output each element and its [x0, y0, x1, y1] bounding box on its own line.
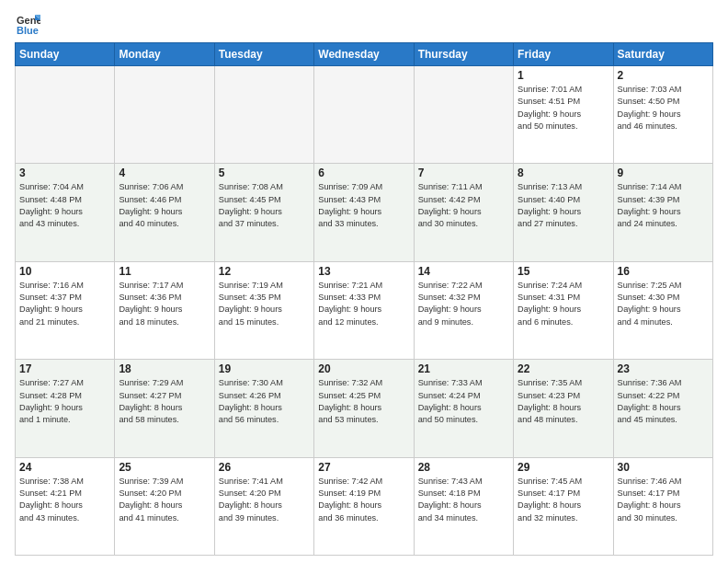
day-info: Sunrise: 7:46 AM Sunset: 4:17 PM Dayligh…: [618, 476, 709, 524]
calendar-cell: 12Sunrise: 7:19 AM Sunset: 4:35 PM Dayli…: [214, 261, 313, 359]
page-header: General Blue: [15, 11, 713, 37]
day-number: 23: [618, 362, 709, 375]
day-number: 25: [119, 461, 210, 474]
calendar-cell: 24Sunrise: 7:38 AM Sunset: 4:21 PM Dayli…: [16, 457, 115, 555]
calendar-cell: 11Sunrise: 7:17 AM Sunset: 4:36 PM Dayli…: [115, 261, 214, 359]
day-info: Sunrise: 7:17 AM Sunset: 4:36 PM Dayligh…: [119, 280, 210, 328]
calendar-week-3: 10Sunrise: 7:16 AM Sunset: 4:37 PM Dayli…: [16, 261, 713, 359]
calendar-cell: 6Sunrise: 7:09 AM Sunset: 4:43 PM Daylig…: [314, 164, 414, 261]
day-info: Sunrise: 7:25 AM Sunset: 4:30 PM Dayligh…: [618, 280, 709, 328]
calendar-cell: [115, 66, 214, 164]
day-number: 5: [219, 167, 310, 179]
day-number: 12: [219, 265, 310, 278]
day-number: 21: [418, 362, 509, 375]
day-number: 3: [19, 167, 110, 179]
calendar-cell: 22Sunrise: 7:35 AM Sunset: 4:23 PM Dayli…: [514, 360, 613, 457]
day-number: 8: [518, 167, 609, 179]
day-number: 11: [119, 265, 210, 278]
weekday-header-friday: Friday: [514, 43, 613, 66]
day-info: Sunrise: 7:39 AM Sunset: 4:20 PM Dayligh…: [119, 476, 210, 524]
calendar-cell: [414, 66, 513, 164]
day-number: 18: [119, 362, 210, 375]
calendar-header-row: SundayMondayTuesdayWednesdayThursdayFrid…: [16, 43, 713, 66]
day-info: Sunrise: 7:42 AM Sunset: 4:19 PM Dayligh…: [318, 476, 409, 524]
day-info: Sunrise: 7:19 AM Sunset: 4:35 PM Dayligh…: [219, 280, 310, 328]
calendar-cell: 17Sunrise: 7:27 AM Sunset: 4:28 PM Dayli…: [16, 360, 115, 457]
calendar-cell: 30Sunrise: 7:46 AM Sunset: 4:17 PM Dayli…: [613, 457, 712, 555]
day-info: Sunrise: 7:08 AM Sunset: 4:45 PM Dayligh…: [219, 181, 310, 230]
logo: General Blue: [15, 11, 44, 37]
calendar-cell: 4Sunrise: 7:06 AM Sunset: 4:46 PM Daylig…: [115, 164, 214, 261]
weekday-header-sunday: Sunday: [16, 43, 115, 66]
day-number: 29: [518, 461, 609, 474]
calendar-cell: 20Sunrise: 7:32 AM Sunset: 4:25 PM Dayli…: [314, 360, 414, 457]
weekday-header-monday: Monday: [115, 43, 214, 66]
calendar-cell: [16, 66, 115, 164]
calendar: SundayMondayTuesdayWednesdayThursdayFrid…: [15, 42, 713, 556]
calendar-cell: 26Sunrise: 7:41 AM Sunset: 4:20 PM Dayli…: [214, 457, 313, 555]
day-number: 28: [418, 461, 509, 474]
day-number: 15: [518, 265, 609, 278]
day-info: Sunrise: 7:45 AM Sunset: 4:17 PM Dayligh…: [518, 476, 609, 524]
calendar-cell: [214, 66, 313, 164]
day-info: Sunrise: 7:04 AM Sunset: 4:48 PM Dayligh…: [19, 181, 110, 230]
day-info: Sunrise: 7:41 AM Sunset: 4:20 PM Dayligh…: [219, 476, 310, 524]
day-info: Sunrise: 7:13 AM Sunset: 4:40 PM Dayligh…: [518, 181, 609, 230]
calendar-week-2: 3Sunrise: 7:04 AM Sunset: 4:48 PM Daylig…: [16, 164, 713, 261]
day-info: Sunrise: 7:24 AM Sunset: 4:31 PM Dayligh…: [518, 280, 609, 328]
logo-icon: General Blue: [15, 11, 40, 37]
day-info: Sunrise: 7:01 AM Sunset: 4:51 PM Dayligh…: [518, 84, 609, 132]
day-info: Sunrise: 7:21 AM Sunset: 4:33 PM Dayligh…: [318, 280, 409, 328]
calendar-cell: 2Sunrise: 7:03 AM Sunset: 4:50 PM Daylig…: [613, 66, 712, 164]
day-info: Sunrise: 7:22 AM Sunset: 4:32 PM Dayligh…: [418, 280, 509, 328]
calendar-cell: 14Sunrise: 7:22 AM Sunset: 4:32 PM Dayli…: [414, 261, 513, 359]
weekday-header-thursday: Thursday: [414, 43, 513, 66]
calendar-week-4: 17Sunrise: 7:27 AM Sunset: 4:28 PM Dayli…: [16, 360, 713, 457]
calendar-cell: 9Sunrise: 7:14 AM Sunset: 4:39 PM Daylig…: [613, 164, 712, 261]
calendar-cell: 7Sunrise: 7:11 AM Sunset: 4:42 PM Daylig…: [414, 164, 513, 261]
day-number: 30: [618, 461, 709, 474]
day-number: 9: [618, 167, 709, 179]
calendar-cell: 5Sunrise: 7:08 AM Sunset: 4:45 PM Daylig…: [214, 164, 313, 261]
calendar-cell: 8Sunrise: 7:13 AM Sunset: 4:40 PM Daylig…: [514, 164, 613, 261]
calendar-cell: 25Sunrise: 7:39 AM Sunset: 4:20 PM Dayli…: [115, 457, 214, 555]
day-info: Sunrise: 7:29 AM Sunset: 4:27 PM Dayligh…: [119, 377, 210, 426]
day-number: 10: [19, 265, 110, 278]
day-info: Sunrise: 7:27 AM Sunset: 4:28 PM Dayligh…: [19, 377, 110, 426]
calendar-week-5: 24Sunrise: 7:38 AM Sunset: 4:21 PM Dayli…: [16, 457, 713, 555]
calendar-cell: 10Sunrise: 7:16 AM Sunset: 4:37 PM Dayli…: [16, 261, 115, 359]
day-number: 27: [318, 461, 409, 474]
calendar-week-1: 1Sunrise: 7:01 AM Sunset: 4:51 PM Daylig…: [16, 66, 713, 164]
day-number: 22: [518, 362, 609, 375]
day-info: Sunrise: 7:32 AM Sunset: 4:25 PM Dayligh…: [318, 377, 409, 426]
calendar-cell: 3Sunrise: 7:04 AM Sunset: 4:48 PM Daylig…: [16, 164, 115, 261]
day-number: 7: [418, 167, 509, 179]
day-number: 24: [19, 461, 110, 474]
day-info: Sunrise: 7:38 AM Sunset: 4:21 PM Dayligh…: [19, 476, 110, 524]
calendar-cell: 15Sunrise: 7:24 AM Sunset: 4:31 PM Dayli…: [514, 261, 613, 359]
day-number: 17: [19, 362, 110, 375]
day-info: Sunrise: 7:11 AM Sunset: 4:42 PM Dayligh…: [418, 181, 509, 230]
day-info: Sunrise: 7:33 AM Sunset: 4:24 PM Dayligh…: [418, 377, 509, 426]
day-info: Sunrise: 7:06 AM Sunset: 4:46 PM Dayligh…: [119, 181, 210, 230]
day-number: 20: [318, 362, 409, 375]
calendar-cell: 28Sunrise: 7:43 AM Sunset: 4:18 PM Dayli…: [414, 457, 513, 555]
day-number: 19: [219, 362, 310, 375]
svg-text:Blue: Blue: [17, 25, 39, 36]
calendar-cell: 27Sunrise: 7:42 AM Sunset: 4:19 PM Dayli…: [314, 457, 414, 555]
calendar-cell: 18Sunrise: 7:29 AM Sunset: 4:27 PM Dayli…: [115, 360, 214, 457]
calendar-cell: 19Sunrise: 7:30 AM Sunset: 4:26 PM Dayli…: [214, 360, 313, 457]
day-number: 13: [318, 265, 409, 278]
weekday-header-saturday: Saturday: [613, 43, 712, 66]
day-info: Sunrise: 7:36 AM Sunset: 4:22 PM Dayligh…: [618, 377, 709, 426]
calendar-cell: [314, 66, 414, 164]
calendar-cell: 16Sunrise: 7:25 AM Sunset: 4:30 PM Dayli…: [613, 261, 712, 359]
day-number: 4: [119, 167, 210, 179]
weekday-header-wednesday: Wednesday: [314, 43, 414, 66]
calendar-cell: 21Sunrise: 7:33 AM Sunset: 4:24 PM Dayli…: [414, 360, 513, 457]
calendar-cell: 23Sunrise: 7:36 AM Sunset: 4:22 PM Dayli…: [613, 360, 712, 457]
day-info: Sunrise: 7:16 AM Sunset: 4:37 PM Dayligh…: [19, 280, 110, 328]
weekday-header-tuesday: Tuesday: [214, 43, 313, 66]
day-number: 14: [418, 265, 509, 278]
day-info: Sunrise: 7:14 AM Sunset: 4:39 PM Dayligh…: [618, 181, 709, 230]
